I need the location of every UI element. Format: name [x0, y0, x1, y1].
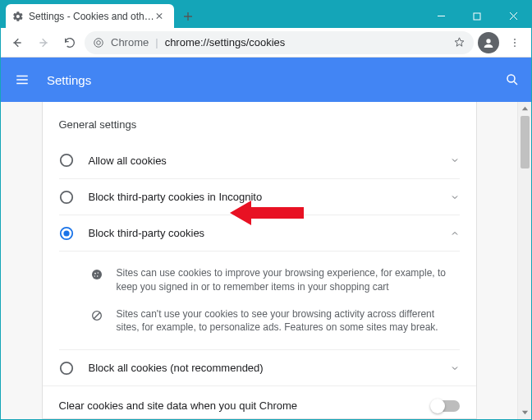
svg-point-13 — [94, 273, 96, 275]
option-label: Block third-party cookies — [89, 227, 450, 239]
svg-rect-0 — [474, 13, 480, 20]
avatar-icon — [478, 32, 499, 53]
option-block-incognito[interactable]: Block third-party cookies in Incognito — [59, 178, 460, 215]
svg-point-7 — [507, 75, 515, 82]
forward-button[interactable] — [32, 31, 55, 54]
svg-point-14 — [97, 272, 98, 273]
cookies-card: General settings Allow all cookies Block… — [42, 102, 477, 419]
profile-button[interactable] — [477, 31, 500, 54]
minimize-button[interactable] — [423, 4, 459, 28]
section-title: General settings — [59, 118, 460, 131]
reload-icon — [63, 36, 76, 49]
toggle-label: Clear cookies and site data when you qui… — [59, 399, 432, 412]
tab-title: Settings - Cookies and other site… — [29, 11, 156, 22]
search-icon — [505, 72, 520, 87]
address-bar[interactable]: Chrome | chrome://settings/cookies — [85, 31, 474, 54]
browser-tab[interactable]: Settings - Cookies and other site… — [6, 4, 174, 28]
svg-point-9 — [60, 191, 71, 202]
reload-button[interactable] — [58, 31, 81, 54]
svg-point-2 — [97, 40, 101, 44]
close-tab-button[interactable] — [156, 11, 167, 22]
detail-text: Sites can use cookies to improve your br… — [117, 266, 460, 294]
chevron-down-icon[interactable] — [450, 363, 460, 373]
svg-point-5 — [514, 42, 516, 44]
radio-unchecked-icon — [59, 153, 74, 168]
svg-point-15 — [96, 275, 98, 277]
svg-point-1 — [94, 38, 103, 47]
scroll-down-icon[interactable] — [518, 405, 531, 419]
detail-text: Sites can't use your cookies to see your… — [117, 307, 460, 335]
menu-button[interactable] — [503, 31, 526, 54]
settings-menu-button[interactable] — [12, 70, 32, 90]
browser-toolbar: Chrome | chrome://settings/cookies — [1, 28, 531, 58]
svg-point-11 — [63, 230, 69, 236]
option-block-all[interactable]: Block all cookies (not recommended) — [59, 349, 460, 385]
plus-icon — [183, 12, 193, 21]
arrow-right-icon — [37, 36, 50, 49]
omnibox-chip: Chrome — [111, 36, 149, 48]
radio-unchecked-icon — [59, 361, 74, 376]
chevron-down-icon[interactable] — [450, 192, 460, 202]
gear-icon — [12, 11, 24, 22]
option-allow-all[interactable]: Allow all cookies — [59, 142, 460, 178]
option-label: Block third-party cookies in Incognito — [89, 191, 450, 203]
new-tab-button[interactable] — [177, 6, 199, 27]
scroll-thumb[interactable] — [521, 116, 530, 168]
svg-point-18 — [60, 362, 71, 373]
bookmark-button[interactable] — [453, 36, 466, 48]
close-window-button[interactable] — [495, 4, 531, 28]
scrollbar[interactable] — [517, 102, 531, 419]
svg-point-8 — [60, 155, 71, 166]
svg-point-12 — [92, 270, 102, 279]
window-controls — [423, 4, 531, 28]
cookie-icon — [89, 266, 105, 294]
omnibox-url: chrome://settings/cookies — [165, 36, 286, 48]
svg-point-6 — [514, 45, 516, 47]
radio-checked-icon — [59, 226, 74, 241]
scroll-up-icon[interactable] — [518, 102, 531, 116]
option-label: Block all cookies (not recommended) — [89, 362, 450, 374]
option-detail: Sites can use cookies to improve your br… — [59, 251, 460, 349]
toggle-clear-on-quit[interactable]: Clear cookies and site data when you qui… — [43, 385, 476, 419]
star-icon — [453, 36, 466, 48]
settings-content: General settings Allow all cookies Block… — [1, 102, 517, 419]
switch-off-icon[interactable] — [432, 400, 460, 412]
window-titlebar: Settings - Cookies and other site… — [1, 1, 531, 28]
maximize-button[interactable] — [459, 4, 495, 28]
arrow-left-icon — [11, 36, 24, 49]
option-label: Allow all cookies — [89, 155, 450, 167]
radio-unchecked-icon — [59, 190, 74, 205]
chevron-down-icon[interactable] — [450, 155, 460, 165]
settings-header: Settings — [1, 58, 531, 102]
settings-title: Settings — [47, 73, 91, 87]
back-button[interactable] — [6, 31, 29, 54]
hamburger-icon — [15, 72, 30, 87]
option-block-third-party[interactable]: Block third-party cookies — [59, 215, 460, 251]
chevron-up-icon[interactable] — [450, 228, 460, 238]
svg-point-4 — [514, 38, 516, 39]
settings-search-button[interactable] — [505, 72, 520, 87]
svg-point-16 — [94, 275, 94, 276]
chrome-icon — [93, 37, 104, 48]
svg-point-3 — [486, 39, 490, 43]
close-icon — [156, 12, 163, 20]
block-icon — [89, 307, 105, 335]
kebab-icon — [509, 37, 521, 48]
